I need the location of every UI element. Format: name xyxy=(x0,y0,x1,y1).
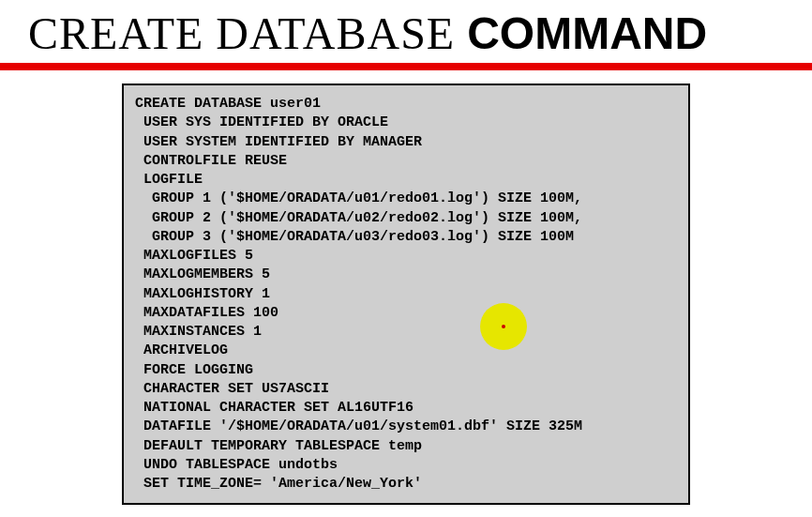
sql-code-box: CREATE DATABASE user01 USER SYS IDENTIFI… xyxy=(122,84,690,505)
sql-code-blue: DATAFILE '/$HOME/ORADATA/u01/system01.db… xyxy=(135,418,677,494)
slide-title-light: CREATE DATABASE xyxy=(28,8,467,58)
sql-code-black: CREATE DATABASE user01 USER SYS IDENTIFI… xyxy=(135,95,677,418)
slide-title-container: CREATE DATABASE COMMAND xyxy=(0,0,812,61)
slide-title-bold: COMMAND xyxy=(467,8,707,58)
divider-rule xyxy=(0,63,812,70)
